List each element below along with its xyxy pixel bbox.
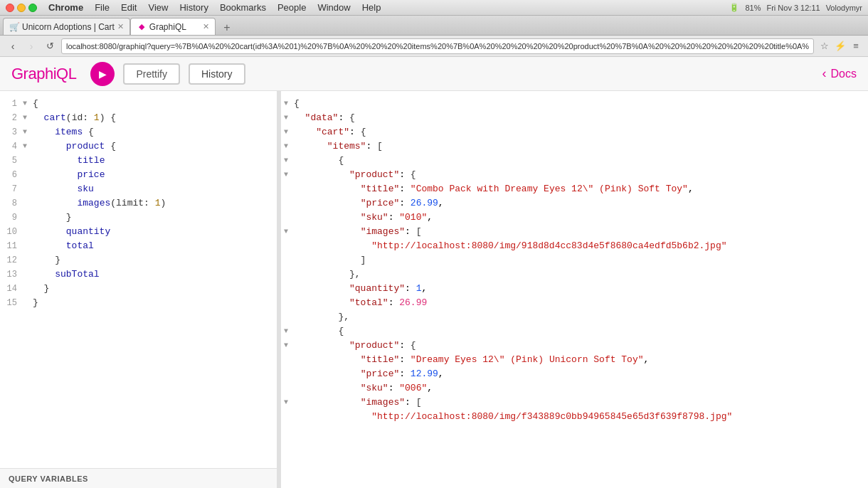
maximize-button[interactable]: [28, 4, 37, 12]
menu-view[interactable]: View: [148, 2, 168, 13]
editor-line-14: 14 }: [0, 282, 277, 296]
result-line-23: "http://localhost:8080/img/f343889c0bb94…: [281, 410, 868, 424]
result-line-11: "http://localhost:8080/img/918d8d4cc83d4…: [281, 239, 868, 253]
result-line-18: ▼ "product": {: [281, 339, 868, 353]
tab-bar: 🛒 Unicorn Adoptions | Cart ✕ ◆ GraphiQL …: [0, 16, 868, 36]
result-line-19: "title": "Dreamy Eyes 12\" (Pink) Unicor…: [281, 353, 868, 367]
result-line-22: ▼ "images": [: [281, 396, 868, 410]
result-line-7: "title": "Combo Pack with Dreamy Eyes 12…: [281, 182, 868, 196]
address-icons: ☆ ⚡ ≡: [818, 40, 862, 53]
result-line-12: ]: [281, 253, 868, 267]
editor-line-12: 12 }: [0, 253, 277, 267]
extensions-icon[interactable]: ⚡: [834, 40, 847, 53]
menu-edit[interactable]: Edit: [121, 2, 137, 13]
result-line-1: ▼ {: [281, 97, 868, 111]
menu-file[interactable]: File: [95, 2, 110, 13]
docs-button[interactable]: ‹ Docs: [822, 66, 857, 81]
editor-line-2: 2 ▼ cart(id: 1) {: [0, 111, 277, 125]
graphiql-logo: GraphiQL: [11, 65, 76, 83]
menu-bar: Chrome File Edit View History Bookmarks …: [48, 2, 381, 13]
result-line-4: ▼ "items": [: [281, 139, 868, 154]
editor-line-5: 5 title: [0, 154, 277, 168]
editor-line-10: 10 quantity: [0, 225, 277, 239]
settings-icon[interactable]: ≡: [850, 40, 862, 53]
back-button[interactable]: ‹: [6, 39, 20, 53]
query-variables-bar[interactable]: QUERY VARIABLES: [0, 468, 277, 488]
tab-favicon-cart: 🛒: [9, 22, 19, 32]
result-line-15: "total": 26.99: [281, 296, 868, 310]
run-button[interactable]: ▶: [90, 62, 115, 86]
titlebar: Chrome File Edit View History Bookmarks …: [0, 0, 868, 16]
result-line-16: },: [281, 310, 868, 324]
new-tab-button[interactable]: +: [218, 21, 235, 35]
result-line-17: ▼ {: [281, 324, 868, 339]
editor-content[interactable]: 1 ▼ { 2 ▼ cart(id: 1) { 3 ▼ items { 4 ▼: [0, 91, 277, 468]
bookmark-icon[interactable]: ☆: [818, 40, 831, 53]
result-line-20: "price": 12.99,: [281, 367, 868, 381]
docs-label: Docs: [831, 68, 857, 80]
result-pane[interactable]: ▼ { ▼ "data": { ▼ "cart": { ▼ "items": [: [281, 91, 868, 488]
tab-unicorn-cart[interactable]: 🛒 Unicorn Adoptions | Cart ✕: [3, 18, 130, 35]
tab-close-cart[interactable]: ✕: [117, 22, 124, 31]
editor-line-6: 6 price: [0, 168, 277, 182]
run-icon: ▶: [99, 68, 107, 80]
username: Volodymyr: [826, 4, 862, 12]
result-line-14: "quantity": 1,: [281, 282, 868, 296]
address-bar: ‹ › ↺ ☆ ⚡ ≡: [0, 36, 868, 57]
clock: Fri Nov 3 12:11: [766, 4, 820, 12]
graphiql-app: GraphiQL ▶ Prettify History ‹ Docs 1 ▼ {…: [0, 57, 868, 488]
prettify-button[interactable]: Prettify: [123, 63, 180, 85]
refresh-button[interactable]: ↺: [43, 39, 57, 53]
graphiql-body: 1 ▼ { 2 ▼ cart(id: 1) { 3 ▼ items { 4 ▼: [0, 91, 868, 488]
editor-line-8: 8 images(limit: 1): [0, 196, 277, 211]
menu-history[interactable]: History: [179, 2, 208, 13]
result-line-8: "price": 26.99,: [281, 196, 868, 211]
menu-help[interactable]: Help: [362, 2, 381, 13]
editor-pane: 1 ▼ { 2 ▼ cart(id: 1) { 3 ▼ items { 4 ▼: [0, 91, 277, 488]
result-line-5: ▼ {: [281, 154, 868, 168]
query-variables-label: QUERY VARIABLES: [9, 474, 88, 483]
graphiql-header: GraphiQL ▶ Prettify History ‹ Docs: [0, 57, 868, 91]
result-line-3: ▼ "cart": {: [281, 125, 868, 139]
tab-label-cart: Unicorn Adoptions | Cart: [22, 22, 115, 32]
tab-favicon-graphiql: ◆: [137, 22, 147, 32]
menu-bookmarks[interactable]: Bookmarks: [220, 2, 266, 13]
minimize-button[interactable]: [17, 4, 26, 12]
editor-line-7: 7 sku: [0, 182, 277, 196]
editor-line-1: 1 ▼ {: [0, 97, 277, 111]
battery-icon: 🔋: [729, 3, 739, 12]
tab-label-graphiql: GraphiQL: [149, 22, 186, 32]
editor-line-3: 3 ▼ items {: [0, 125, 277, 139]
result-line-10: ▼ "images": [: [281, 225, 868, 239]
menu-window[interactable]: Window: [317, 2, 350, 13]
editor-line-15: 15 }: [0, 296, 277, 310]
battery-level: 81%: [745, 4, 761, 12]
tab-graphiql[interactable]: ◆ GraphiQL ✕: [130, 18, 216, 35]
editor-line-13: 13 subTotal: [0, 267, 277, 282]
result-line-13: },: [281, 267, 868, 282]
editor-line-4: 4 ▼ product {: [0, 139, 277, 154]
system-status: 🔋 81% Fri Nov 3 12:11 Volodymyr: [729, 3, 862, 12]
tab-close-graphiql[interactable]: ✕: [203, 22, 209, 31]
forward-button[interactable]: ›: [24, 39, 38, 53]
window-controls: [6, 4, 37, 12]
result-line-21: "sku": "006",: [281, 381, 868, 396]
menu-chrome[interactable]: Chrome: [48, 2, 83, 13]
history-button[interactable]: History: [189, 63, 245, 85]
menu-people[interactable]: People: [277, 2, 306, 13]
result-line-6: ▼ "product": {: [281, 168, 868, 182]
editor-line-9: 9 }: [0, 211, 277, 225]
editor-line-11: 11 total: [0, 239, 277, 253]
close-button[interactable]: [6, 4, 14, 12]
url-input[interactable]: [61, 38, 814, 54]
result-line-9: "sku": "010",: [281, 211, 868, 225]
docs-arrow-icon: ‹: [822, 66, 827, 81]
result-line-2: ▼ "data": {: [281, 111, 868, 125]
